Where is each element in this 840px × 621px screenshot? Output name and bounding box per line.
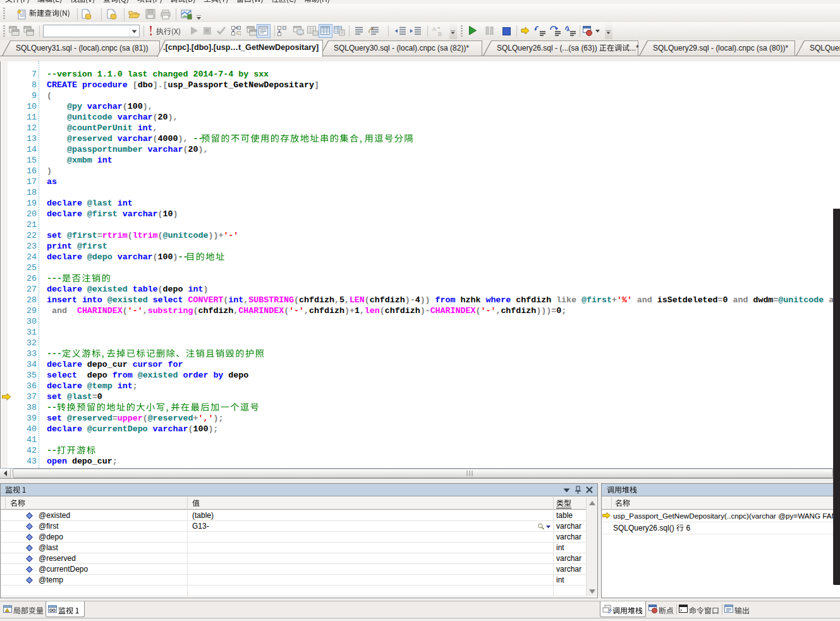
svg-text:B: B	[438, 31, 442, 37]
svg-text:A: A	[432, 26, 436, 32]
